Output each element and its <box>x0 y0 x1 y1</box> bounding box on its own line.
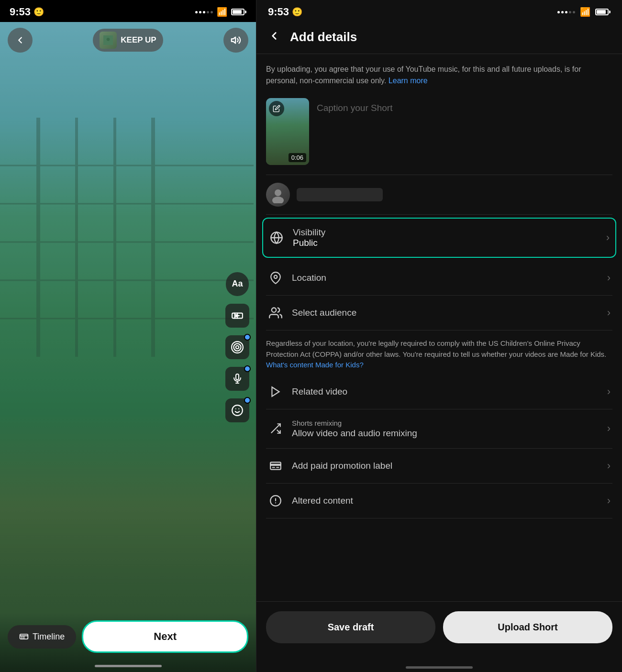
account-name-bar <box>297 188 383 201</box>
dot1 <box>195 11 198 13</box>
dot1r <box>557 11 560 13</box>
location-item[interactable]: Location › <box>266 261 612 296</box>
home-bar <box>406 666 473 669</box>
paid-promotion-icon <box>268 458 283 474</box>
right-panel: 9:53 🙂 📶 Add <box>256 0 622 672</box>
svg-point-16 <box>236 345 239 349</box>
svg-marker-11 <box>232 37 235 44</box>
visibility-chevron: › <box>606 231 610 244</box>
battery-icon-left <box>231 9 246 15</box>
dot2r <box>561 11 564 13</box>
related-video-item[interactable]: Related video › <box>266 375 612 409</box>
dot3 <box>203 11 205 13</box>
header-row: Add details <box>256 22 622 54</box>
location-chevron: › <box>607 272 611 284</box>
svg-point-30 <box>275 189 281 196</box>
left-panel: 9:53 🙂 📶 <box>0 0 256 672</box>
related-video-icon <box>268 384 283 399</box>
back-button-left[interactable] <box>8 28 33 53</box>
remixing-item[interactable]: Shorts remixing Allow video and audio re… <box>266 409 612 449</box>
fence-svg <box>0 22 256 672</box>
caption-placeholder: Caption your Short <box>317 98 612 118</box>
remixing-text: Shorts remixing Allow video and audio re… <box>292 419 599 439</box>
altered-content-text: Altered content <box>292 496 599 506</box>
wifi-icon-left: 📶 <box>217 7 227 17</box>
dot5r <box>573 11 575 13</box>
altered-content-label: Altered content <box>292 496 599 506</box>
visibility-icon <box>269 230 284 245</box>
audience-icon <box>268 305 283 320</box>
status-time-right: 9:53 🙂 <box>268 6 302 18</box>
audience-label: Select audience <box>292 308 599 318</box>
coppa-text: Regardless of your location, you're lega… <box>266 330 612 375</box>
audience-chevron: › <box>607 307 611 319</box>
right-tools: Aa <box>225 272 249 422</box>
dot2 <box>199 11 201 13</box>
emoji-icon: 🙂 <box>33 7 44 17</box>
sound-button[interactable] <box>223 28 248 53</box>
upload-short-button[interactable]: Upload Short <box>443 611 612 643</box>
text-tool[interactable]: Aa <box>226 272 248 296</box>
location-label: Location <box>292 273 599 283</box>
svg-marker-15 <box>236 314 239 316</box>
save-draft-button[interactable]: Save draft <box>266 611 435 643</box>
emoji-icon-right: 🙂 <box>292 7 302 17</box>
status-icons-left: 📶 <box>195 7 246 17</box>
svg-point-34 <box>274 275 278 279</box>
altered-content-icon <box>268 493 283 508</box>
content-scroll[interactable]: By uploading, you agree that your use of… <box>256 54 622 601</box>
visibility-text: Visibility Public <box>293 227 598 248</box>
audience-text: Select audience <box>292 308 599 318</box>
video-thumbnail[interactable]: 0:06 <box>266 98 309 165</box>
battery-icon-right <box>595 9 611 15</box>
next-button[interactable]: Next <box>82 620 248 653</box>
caption-input-area[interactable]: Caption your Short <box>317 98 612 118</box>
svg-point-10 <box>107 38 110 41</box>
top-controls: KEEP UP <box>0 22 256 58</box>
audience-item[interactable]: Select audience › <box>266 296 612 330</box>
svg-point-35 <box>272 308 276 312</box>
home-indicator-right <box>256 667 622 672</box>
video-preview: KEEP UP Aa <box>0 22 256 672</box>
location-icon <box>268 270 283 286</box>
svg-rect-40 <box>270 464 281 465</box>
keep-up-thumbnail <box>100 32 117 49</box>
remixing-chevron: › <box>607 422 611 435</box>
bottom-buttons: Save draft Upload Short <box>256 601 622 667</box>
related-video-text: Related video <box>292 386 599 397</box>
wifi-icon-right: 📶 <box>580 7 590 17</box>
signal-dots-right <box>557 11 575 13</box>
mic-tool[interactable] <box>225 367 249 391</box>
signal-dots <box>195 11 213 13</box>
visibility-item[interactable]: Visibility Public › <box>262 218 616 258</box>
learn-more-link[interactable]: Learn more <box>389 77 428 85</box>
mic-dot <box>244 365 251 372</box>
svg-marker-36 <box>272 387 279 397</box>
text-tool-label: Aa <box>232 279 243 289</box>
remixing-icon <box>268 421 283 436</box>
next-button-label: Next <box>154 630 177 642</box>
thumb-edit-icon[interactable] <box>269 101 284 116</box>
made-for-kids-link[interactable]: What's content Made for Kids? <box>266 361 364 369</box>
paid-promotion-text: Add paid promotion label <box>292 461 599 471</box>
location-text: Location <box>292 273 599 283</box>
altered-content-item[interactable]: Altered content › <box>266 484 612 518</box>
paid-promotion-chevron: › <box>607 460 611 472</box>
timeline-button[interactable]: Timeline <box>8 625 76 649</box>
timeline-tool[interactable] <box>225 304 249 328</box>
status-time-left: 9:53 🙂 <box>10 6 44 18</box>
sticker-tool[interactable] <box>225 398 249 422</box>
keep-up-badge[interactable]: KEEP UP <box>93 29 163 52</box>
dot5 <box>211 11 213 13</box>
remixing-sublabel: Shorts remixing <box>292 419 599 427</box>
visibility-label: Visibility <box>293 227 598 238</box>
dot4r <box>569 11 571 13</box>
remixing-value: Allow video and audio remixing <box>292 428 599 439</box>
header-back-button[interactable] <box>266 28 282 46</box>
paid-promotion-item[interactable]: Add paid promotion label › <box>266 449 612 484</box>
video-duration: 0:06 <box>289 153 306 162</box>
effects-tool[interactable] <box>225 335 249 359</box>
disclaimer-text: By uploading, you agree that your use of… <box>266 64 612 87</box>
header-title: Add details <box>290 30 357 44</box>
status-icons-right: 📶 <box>557 7 611 17</box>
